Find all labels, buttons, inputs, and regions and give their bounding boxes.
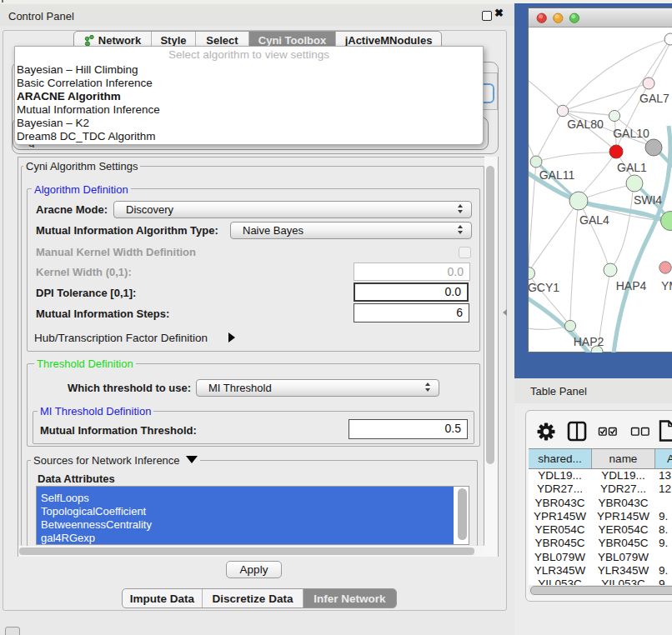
svg-text:YM: YM xyxy=(661,279,672,292)
svg-text:GAL1: GAL1 xyxy=(617,161,647,174)
svg-text:GAL10: GAL10 xyxy=(613,127,649,140)
svg-text:HAP4: HAP4 xyxy=(616,279,647,292)
svg-text:GCY1: GCY1 xyxy=(529,281,559,294)
svg-text:GAL80: GAL80 xyxy=(567,118,604,131)
svg-text:HAP2: HAP2 xyxy=(574,335,604,348)
svg-text:GAL11: GAL11 xyxy=(539,168,575,182)
svg-text:GAL4: GAL4 xyxy=(579,213,609,227)
svg-text:SWI4: SWI4 xyxy=(634,193,662,207)
svg-text:GAL7: GAL7 xyxy=(639,92,669,105)
